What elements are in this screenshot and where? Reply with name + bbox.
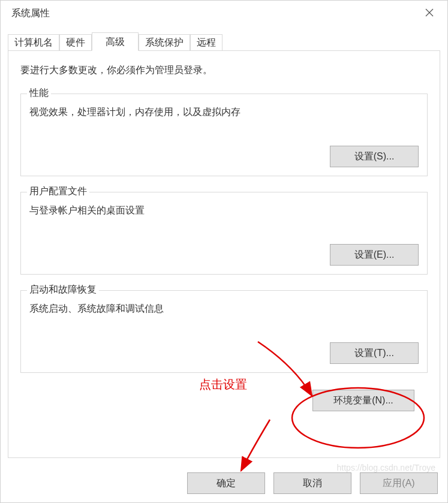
admin-note: 要进行大多数更改，你必须作为管理员登录。 <box>20 64 428 77</box>
cancel-button[interactable]: 取消 <box>273 472 351 494</box>
watermark: https://blog.csdn.net/Troye <box>337 463 435 472</box>
tab-system-protection[interactable]: 系统保护 <box>139 34 190 51</box>
close-icon <box>425 8 434 17</box>
titlebar: 系统属性 <box>1 1 447 26</box>
group-profiles-desc: 与登录帐户相关的桌面设置 <box>29 204 419 217</box>
group-startup: 启动和故障恢复 系统启动、系统故障和调试信息 设置(T)... <box>20 290 428 373</box>
profiles-settings-button[interactable]: 设置(E)... <box>330 244 419 266</box>
group-profiles-btn-row: 设置(E)... <box>29 244 419 266</box>
group-startup-btn-row: 设置(T)... <box>29 342 419 364</box>
tabs: 计算机名 硬件 高级 系统保护 远程 <box>8 32 440 51</box>
tab-hardware[interactable]: 硬件 <box>59 34 92 51</box>
footer-buttons: 确定 取消 应用(A) <box>187 472 438 494</box>
group-performance-desc: 视觉效果，处理器计划，内存使用，以及虚拟内存 <box>29 106 419 119</box>
group-startup-desc: 系统启动、系统故障和调试信息 <box>29 303 419 315</box>
group-performance: 性能 视觉效果，处理器计划，内存使用，以及虚拟内存 设置(S)... <box>20 94 428 176</box>
tab-remote[interactable]: 远程 <box>190 34 223 51</box>
group-startup-title: 启动和故障恢复 <box>27 284 99 296</box>
tab-advanced[interactable]: 高级 <box>92 32 139 51</box>
group-profiles-title: 用户配置文件 <box>27 185 89 198</box>
ok-button[interactable]: 确定 <box>187 472 265 494</box>
group-performance-title: 性能 <box>27 87 51 100</box>
startup-settings-button[interactable]: 设置(T)... <box>330 342 419 364</box>
system-properties-window: 系统属性 计算机名 硬件 高级 系统保护 远程 要进行大多数更改，你必须作为管理… <box>0 0 448 503</box>
annotation-label: 点击设置 <box>199 377 247 393</box>
close-button[interactable] <box>411 1 447 25</box>
group-profiles: 用户配置文件 与登录帐户相关的桌面设置 设置(E)... <box>20 192 428 275</box>
environment-variables-button[interactable]: 环境变量(N)... <box>312 390 414 411</box>
window-title: 系统属性 <box>11 7 50 20</box>
tab-area: 计算机名 硬件 高级 系统保护 远程 要进行大多数更改，你必须作为管理员登录。 … <box>1 26 447 458</box>
apply-button[interactable]: 应用(A) <box>360 472 438 494</box>
tab-content-advanced: 要进行大多数更改，你必须作为管理员登录。 性能 视觉效果，处理器计划，内存使用，… <box>8 50 440 458</box>
group-performance-btn-row: 设置(S)... <box>29 146 419 167</box>
env-btn-row: 环境变量(N)... <box>20 390 428 411</box>
performance-settings-button[interactable]: 设置(S)... <box>330 146 419 167</box>
tab-computer-name[interactable]: 计算机名 <box>8 34 59 51</box>
